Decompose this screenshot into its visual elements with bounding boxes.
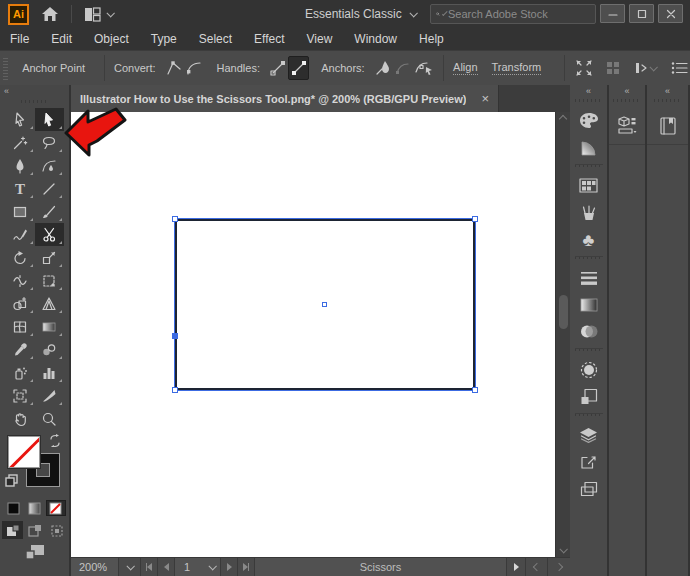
graphic-styles-panel-button[interactable] [570,383,607,410]
pen-tool[interactable] [6,154,35,177]
eyedropper-tool[interactable] [6,338,35,361]
document-tab[interactable]: Illustrator How to Use the Scissors Tool… [71,85,499,112]
object-center-point[interactable] [322,302,327,307]
artboards-panel-button[interactable] [570,475,607,502]
adobe-stock-search[interactable] [430,4,596,24]
swatches-panel-button[interactable] [570,172,607,199]
line-segment-tool[interactable] [35,177,64,200]
convert-to-smooth-button[interactable] [184,56,205,80]
menu-view[interactable]: View [296,28,344,50]
transform-link[interactable]: Transform [492,61,542,75]
close-button[interactable] [658,4,683,23]
paintbrush-tool[interactable] [35,200,64,223]
previous-artboard-button[interactable] [158,558,175,576]
connect-path-button[interactable] [393,56,414,80]
panel-grip[interactable] [575,99,603,102]
lasso-tool[interactable] [35,131,64,154]
artboard-tool[interactable] [6,384,35,407]
scissors-tool[interactable] [35,223,64,246]
direct-selection-tool[interactable] [35,108,64,131]
menu-edit[interactable]: Edit [40,28,83,50]
collapse-panels-icon[interactable]: « [665,86,670,96]
document-info-panel-button[interactable] [647,107,688,145]
color-guide-panel-button[interactable] [570,134,607,161]
first-artboard-button[interactable] [141,558,158,576]
scale-tool[interactable] [35,246,64,269]
color-panel-button[interactable] [570,107,607,134]
search-input[interactable] [448,8,590,20]
zoom-level-field[interactable]: 200% [71,558,119,576]
panel-grip[interactable] [575,348,603,351]
none-button[interactable] [46,500,66,516]
magic-wand-tool[interactable] [6,131,35,154]
last-artboard-button[interactable] [238,558,255,576]
layers-panel-button[interactable] [570,421,607,448]
panel-grip[interactable] [575,256,603,259]
gradient-panel-button[interactable] [570,291,607,318]
next-artboard-button[interactable] [221,558,238,576]
selected-anchor-point[interactable] [172,333,178,339]
draw-normal-mode-button[interactable] [2,521,23,539]
anchor-handle-bottom-left[interactable] [172,387,178,393]
hand-tool[interactable] [6,407,35,430]
anchor-handle-top-right[interactable] [472,216,478,222]
home-icon[interactable] [41,6,59,22]
artboard-canvas[interactable] [71,112,555,557]
type-tool[interactable]: T [6,177,35,200]
scroll-down-button[interactable] [556,543,570,557]
rectangle-tool[interactable] [6,200,35,223]
curvature-tool[interactable] [35,154,64,177]
panel-grip[interactable] [654,99,682,102]
selection-tool[interactable] [6,108,35,131]
show-handles-button[interactable] [268,56,289,80]
symbols-panel-button[interactable]: ♣ [570,226,607,253]
anchor-handle-top-left[interactable] [172,216,178,222]
minimize-button[interactable] [600,4,625,23]
panel-grip[interactable] [575,164,603,167]
scrollbar-thumb[interactable] [559,295,568,329]
draw-inside-mode-button[interactable] [46,521,67,539]
appearance-panel-button[interactable] [570,356,607,383]
select-similar-button[interactable] [603,56,624,80]
workspace-switcher[interactable]: Essentials Classic [305,0,416,28]
color-button[interactable] [4,500,24,516]
brushes-panel-button[interactable] [570,199,607,226]
column-graph-tool[interactable] [35,361,64,384]
convert-to-corner-button[interactable] [164,56,185,80]
status-menu-button[interactable] [507,558,526,576]
align-link[interactable]: Align [453,61,477,75]
menu-object[interactable]: Object [83,28,140,50]
collapse-panel-icon[interactable]: « [4,86,9,96]
cut-path-button[interactable] [414,56,435,80]
zoom-tool[interactable] [35,407,64,430]
menu-effect[interactable]: Effect [243,28,295,50]
scroll-left-button[interactable] [526,558,548,576]
asset-export-panel-button[interactable] [570,448,607,475]
menu-window[interactable]: Window [343,28,408,50]
scroll-up-button[interactable] [556,112,570,126]
screen-mode-button[interactable] [0,544,69,560]
width-tool[interactable] [6,269,35,292]
libraries-panel-button[interactable] [609,107,645,145]
panel-menu-button[interactable] [670,56,690,80]
free-transform-tool[interactable] [35,269,64,292]
scroll-right-button[interactable] [548,558,570,576]
fill-swatch[interactable] [8,436,40,468]
anchor-handle-bottom-right[interactable] [472,387,478,393]
shaper-tool[interactable] [6,223,35,246]
draw-behind-mode-button[interactable] [24,521,45,539]
collapse-panels-icon[interactable]: « [624,86,629,96]
arrange-documents-button[interactable] [84,7,113,22]
zoom-dropdown-button[interactable] [119,558,141,576]
transparency-panel-button[interactable] [570,318,607,345]
gradient-button[interactable] [25,500,45,516]
menu-help[interactable]: Help [408,28,455,50]
default-fill-stroke-icon[interactable] [5,474,18,487]
hide-handles-button[interactable] [288,56,309,80]
vertical-scrollbar[interactable] [555,112,570,557]
remove-anchor-button[interactable] [373,56,394,80]
artboard-number-field[interactable]: 1 [175,558,221,576]
stroke-panel-button[interactable] [570,264,607,291]
panel-grip[interactable] [575,413,603,416]
rotate-tool[interactable] [6,246,35,269]
